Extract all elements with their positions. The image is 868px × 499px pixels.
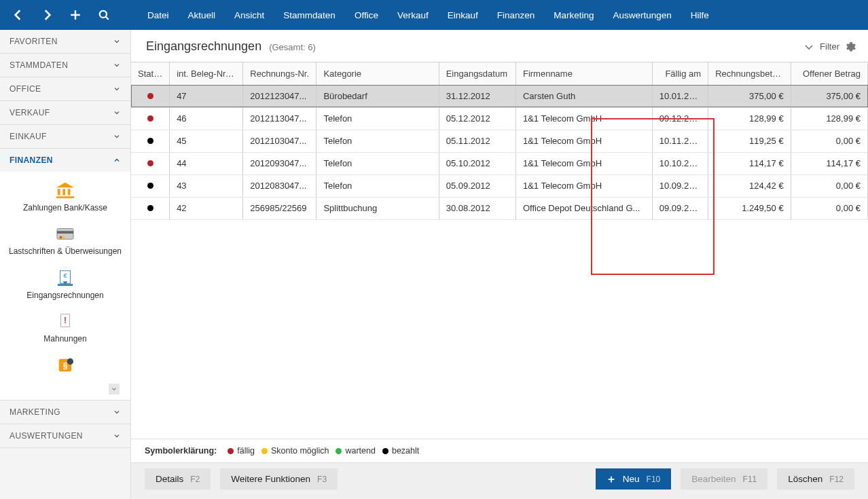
- new-button[interactable]: Neu F10: [596, 468, 671, 489]
- status-dot-icon: [147, 205, 153, 211]
- menu-marketing[interactable]: Marketing: [554, 10, 594, 20]
- topbar: DateiAktuellAnsichtStammdatenOfficeVerka…: [0, 0, 868, 30]
- status-dot-icon: [147, 115, 153, 122]
- sidebar-section-stammdaten[interactable]: STAMMDATEN: [0, 54, 130, 77]
- table-row[interactable]: 462012113047...Telefon05.12.20121&1 Tele…: [131, 107, 868, 130]
- col-rechnungs-nr-[interactable]: Rechnungs-Nr.: [243, 62, 317, 85]
- dot-icon: [228, 448, 234, 454]
- sidebar-item-mahnungen[interactable]: !Mahnungen: [4, 312, 126, 344]
- legend-item-fällig: fällig: [228, 446, 255, 456]
- sidebar-section-office[interactable]: OFFICE: [0, 77, 130, 100]
- sidebar-section-favoriten[interactable]: FAVORITEN: [0, 30, 130, 53]
- sidebar-item-paragraph[interactable]: §: [4, 356, 126, 378]
- filter-label: Filter: [820, 41, 839, 52]
- search-icon[interactable]: [98, 9, 110, 21]
- legend-title: Symbolerklärung:: [145, 446, 217, 456]
- svg-point-7: [62, 236, 65, 239]
- chevron-down-icon[interactable]: [109, 384, 120, 394]
- delete-button[interactable]: Löschen F12: [777, 468, 854, 489]
- col-kategorie[interactable]: Kategorie: [317, 62, 439, 85]
- back-icon[interactable]: [12, 9, 24, 21]
- menu-auswertungen[interactable]: Auswertungen: [613, 10, 672, 20]
- data-table-wrap: Statusint. Beleg-Nr.Rechnungs-Nr.Kategor…: [131, 62, 868, 439]
- col-int-beleg-nr-[interactable]: int. Beleg-Nr.: [170, 62, 243, 85]
- table-row[interactable]: 452012103047...Telefon05.11.20121&1 Tele…: [131, 130, 868, 152]
- status-dot-icon: [147, 160, 153, 166]
- forward-icon[interactable]: [41, 9, 53, 21]
- sidebar-section-marketing[interactable]: MARKETING: [0, 401, 130, 424]
- table-row[interactable]: 42256985/22569Splittbuchung30.08.2012Off…: [131, 197, 868, 219]
- table-row[interactable]: 432012083047...Telefon05.09.20121&1 Tele…: [131, 174, 868, 197]
- svg-text:€: €: [63, 272, 67, 279]
- col-firmenname[interactable]: Firmenname: [516, 62, 652, 85]
- col-f-llig-am[interactable]: Fällig am: [652, 62, 708, 85]
- sidebar-section-verkauf[interactable]: VERKAUF: [0, 101, 130, 124]
- col-eingangsdatum[interactable]: Eingangsdatum: [439, 62, 516, 85]
- svg-point-6: [60, 236, 62, 239]
- page-header: Eingangsrechnungen (Gesamt: 6) Filter: [131, 30, 868, 62]
- status-dot-icon: [147, 93, 153, 99]
- col-status[interactable]: Status: [131, 62, 170, 85]
- col-rechnungsbetrag[interactable]: Rechnungsbetrag: [708, 62, 791, 85]
- title-text: Eingangsrechnungen: [146, 39, 261, 53]
- svg-text:§: §: [63, 361, 68, 370]
- menu-aktuell[interactable]: Aktuell: [188, 10, 216, 20]
- status-cell: [131, 107, 170, 130]
- menu-hilfe[interactable]: Hilfe: [691, 10, 709, 20]
- sidebar: FAVORITENSTAMMDATENOFFICEVERKAUFEINKAUFF…: [0, 30, 131, 499]
- filter-controls[interactable]: Filter: [803, 41, 856, 52]
- svg-point-2: [100, 11, 107, 18]
- svg-text:!: !: [64, 316, 67, 325]
- status-cell: [131, 174, 170, 197]
- page-title: Eingangsrechnungen (Gesamt: 6): [146, 39, 316, 54]
- more-functions-button[interactable]: Weitere Funktionen F3: [220, 468, 338, 489]
- record-count: (Gesamt: 6): [269, 42, 316, 52]
- table-row[interactable]: 472012123047...Bürobedarf31.12.2012Carst…: [131, 85, 868, 107]
- svg-line-3: [106, 17, 109, 20]
- content-area: Eingangsrechnungen (Gesamt: 6) Filter St…: [131, 30, 868, 499]
- gear-icon[interactable]: [845, 41, 856, 52]
- plus-icon: [607, 475, 616, 484]
- sidebar-item-zahlungen-bank-kasse[interactable]: Zahlungen Bank/Kasse: [4, 181, 126, 212]
- table-row[interactable]: 442012093047...Telefon05.10.20121&1 Tele…: [131, 152, 868, 174]
- status-cell: [131, 85, 170, 107]
- sidebar-item-eingangsrechnungen[interactable]: €Eingangsrechnungen: [4, 269, 126, 300]
- menu-office[interactable]: Office: [355, 10, 378, 20]
- chevron-down-icon: [803, 41, 814, 52]
- edit-button[interactable]: Bearbeiten F11: [681, 468, 767, 489]
- sidebar-section-einkauf[interactable]: EINKAUF: [0, 125, 130, 148]
- legend-item-Skonto möglich: Skonto möglich: [261, 446, 329, 456]
- dot-icon: [336, 448, 342, 454]
- svg-rect-4: [57, 229, 73, 240]
- legend-item-bezahlt: bezahlt: [382, 446, 419, 456]
- plus-icon[interactable]: [69, 9, 82, 21]
- status-cell: [131, 197, 170, 219]
- col-offener-betrag[interactable]: Offener Betrag: [791, 62, 867, 85]
- details-button[interactable]: Details F2: [145, 468, 211, 489]
- sidebar-section-auswertungen[interactable]: AUSWERTUNGEN: [0, 424, 130, 447]
- legend-item-wartend: wartend: [336, 446, 375, 456]
- status-dot-icon: [147, 138, 153, 144]
- status-cell: [131, 152, 170, 174]
- menu-stammdaten[interactable]: Stammdaten: [283, 10, 336, 20]
- svg-point-14: [67, 358, 73, 364]
- menubar: DateiAktuellAnsichtStammdatenOfficeVerka…: [131, 0, 709, 30]
- status-dot-icon: [147, 183, 153, 189]
- dot-icon: [261, 448, 268, 454]
- svg-rect-5: [57, 232, 73, 234]
- menu-finanzen[interactable]: Finanzen: [497, 10, 535, 20]
- menu-datei[interactable]: Datei: [147, 10, 169, 20]
- footer-toolbar: Details F2 Weitere Funktionen F3 Neu F10: [131, 462, 868, 499]
- nav-icon-group: [0, 0, 131, 30]
- dot-icon: [382, 448, 388, 454]
- status-cell: [131, 130, 170, 152]
- menu-einkauf[interactable]: Einkauf: [448, 10, 478, 20]
- legend: Symbolerklärung:fälligSkonto möglichwart…: [131, 439, 868, 462]
- sidebar-section-finanzen[interactable]: FINANZEN: [0, 149, 130, 172]
- menu-verkauf[interactable]: Verkauf: [397, 10, 429, 20]
- menu-ansicht[interactable]: Ansicht: [234, 10, 264, 20]
- invoice-table: Statusint. Beleg-Nr.Rechnungs-Nr.Kategor…: [131, 62, 868, 220]
- sidebar-item-lastschriften-berweisungen[interactable]: Lastschriften & Überweisungen: [4, 225, 126, 256]
